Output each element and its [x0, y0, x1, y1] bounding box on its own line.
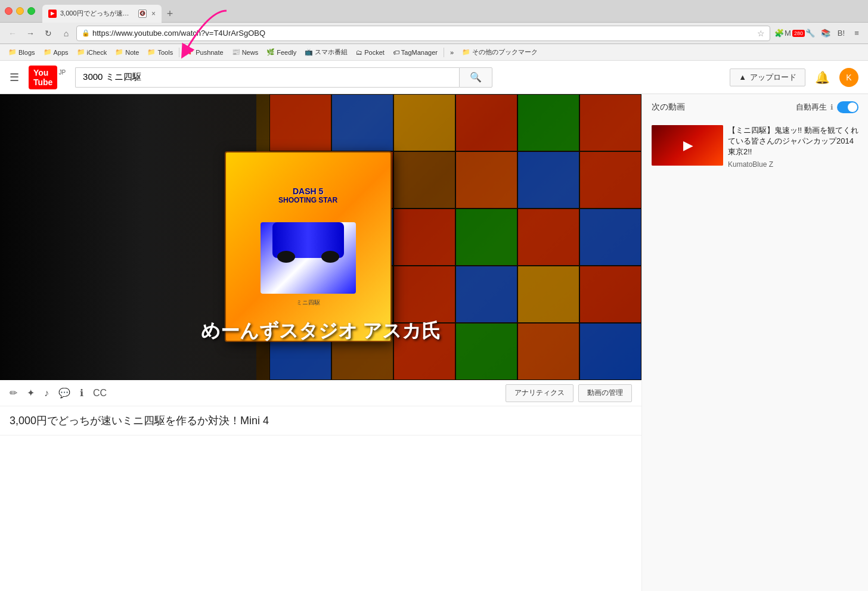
cc-button[interactable]: CC	[93, 388, 107, 399]
menu-icon[interactable]: ≡	[850, 27, 863, 40]
bookmark-pushnate[interactable]: 📌 Pushnate	[182, 47, 227, 57]
youtube-logo[interactable]: YouTube JP	[29, 66, 66, 89]
bookmark-pocket-label: Pocket	[364, 49, 385, 56]
folder-icon: 📁	[77, 48, 85, 56]
bookmark-pocket[interactable]: 🗂 Pocket	[352, 48, 388, 57]
bookmark-icheck[interactable]: 📁 iCheck	[73, 47, 111, 57]
toolbar-right: 🧩 M280 🔧 📚 B! ≡	[773, 27, 863, 40]
bookmark-blogs-label: Blogs	[18, 49, 35, 56]
minimize-button[interactable]	[16, 7, 24, 15]
pocket-icon: 🗂	[356, 49, 362, 56]
info-button[interactable]: ℹ	[80, 387, 83, 399]
browser-window: ▶ 3,000円でどっちが速いミ 🔇 × + ← → ↻ ⌂ 🔒 ☆ 🧩 M28…	[0, 0, 868, 591]
bookmark-other[interactable]: 📁 その他のブックマーク	[458, 46, 541, 58]
video-player[interactable]: DASH 5 SHOOTING STAR ミニ四駆	[0, 94, 641, 380]
bookmark-separator	[179, 48, 179, 57]
bookmark-tools[interactable]: 📁 Tools	[144, 47, 176, 57]
title-bar: ▶ 3,000円でどっちが速いミ 🔇 × +	[0, 0, 868, 23]
notification-button[interactable]: 🔔	[815, 70, 830, 85]
new-tab-button[interactable]: +	[162, 6, 178, 23]
youtube-main: DASH 5 SHOOTING STAR ミニ四駆	[0, 94, 868, 591]
smartphone-icon: 📺	[305, 48, 313, 56]
bookmark-star-icon[interactable]: ☆	[757, 29, 765, 38]
folder-icon: 📁	[462, 48, 470, 56]
ssl-icon: 🔒	[82, 29, 90, 37]
back-button[interactable]: ←	[5, 26, 20, 41]
extension1-icon[interactable]: 🔧	[804, 27, 817, 40]
tab-bar: ▶ 3,000円でどっちが速いミ 🔇 × +	[42, 0, 863, 23]
bookmark-apps-label: Apps	[54, 49, 69, 56]
tagmanager-icon: 🏷	[393, 49, 399, 56]
video-controls-bar: ✏ ✦ ♪ 💬 ℹ CC アナリティクス 動画の管理	[0, 380, 641, 406]
bookmark-apps[interactable]: 📁 Apps	[40, 47, 72, 57]
autoplay-label: 自動再生	[796, 102, 827, 113]
bookmark-feedly[interactable]: 🌿 Feedly	[263, 47, 300, 57]
upload-label: アップロード	[750, 72, 796, 83]
sidebar-header: 次の動画 自動再生 ℹ	[642, 94, 868, 120]
bookmark-feedly-label: Feedly	[277, 49, 296, 56]
youtube-search-input[interactable]	[75, 67, 459, 88]
bookmark-news[interactable]: 📰 News	[228, 47, 262, 57]
address-bar-container: 🔒 ☆	[76, 26, 770, 41]
bookmark-other-label: その他のブックマーク	[472, 48, 538, 57]
autoplay-info-icon[interactable]: ℹ	[830, 103, 833, 111]
forward-button[interactable]: →	[23, 26, 38, 41]
bookmark-note[interactable]: 📁 Note	[111, 47, 142, 57]
bookmark-icheck-label: iCheck	[87, 49, 107, 56]
bookmark-smartphone-label: スマホ番組	[315, 48, 348, 57]
bookmark-tagmanager[interactable]: 🏷 TagManager	[389, 48, 441, 57]
edit-button[interactable]: ✏	[10, 387, 17, 399]
home-button[interactable]: ⌂	[58, 26, 74, 41]
youtube-logo-icon: YouTube	[29, 66, 57, 89]
folder-icon: 📁	[8, 48, 17, 56]
bookmark-blogs[interactable]: 📁 Blogs	[5, 47, 39, 57]
refresh-button[interactable]: ↻	[41, 26, 56, 41]
music-button[interactable]: ♪	[44, 388, 49, 399]
magic-button[interactable]: ✦	[27, 387, 35, 399]
comment-button[interactable]: 💬	[58, 387, 70, 399]
bookmark-pushnate-label: Pushnate	[196, 49, 223, 56]
youtube-menu-button[interactable]: ☰	[10, 71, 19, 84]
traffic-lights	[5, 7, 35, 15]
recommended-thumbnail: ▶	[652, 125, 723, 166]
bookmark-tagmanager-label: TagManager	[401, 49, 438, 56]
recommended-video[interactable]: ▶ 【ミニ四駆】鬼速ッ!! 動画を観てくれている皆さんのジャパンカップ2014東…	[642, 120, 868, 173]
bookmark-more-button[interactable]: »	[447, 48, 457, 57]
video-title-area: 3,000円でどっちが速いミニ四駆を作るか対決！Mini 4	[0, 406, 641, 436]
video-actions: アナリティクス 動画の管理	[506, 384, 632, 402]
youtube-logo-jp: JP	[58, 69, 66, 76]
folder-icon: 📁	[147, 48, 156, 56]
extension3-icon[interactable]: B!	[835, 27, 848, 40]
maximize-button[interactable]	[27, 7, 35, 15]
pushnate-icon: 📌	[185, 48, 194, 56]
feedly-icon: 🌿	[266, 48, 275, 56]
extensions-icon[interactable]: 🧩	[773, 27, 786, 40]
upload-button[interactable]: ▲ アップロード	[730, 69, 805, 86]
search-container: 🔍	[75, 67, 492, 88]
header-right: ▲ アップロード 🔔 K	[730, 68, 858, 87]
tab-close-button[interactable]: ×	[151, 10, 156, 18]
active-tab[interactable]: ▶ 3,000円でどっちが速いミ 🔇 ×	[42, 5, 162, 23]
analytics-button[interactable]: アナリティクス	[506, 384, 574, 402]
recommended-channel: KumatoBlue Z	[728, 160, 858, 169]
bookmark-smartphone[interactable]: 📺 スマホ番組	[301, 46, 351, 58]
recommended-info: 【ミニ四駆】鬼速ッ!! 動画を観てくれている皆さんのジャパンカップ2014東京2…	[728, 125, 858, 169]
video-title: 3,000円でどっちが速いミニ四駆を作るか対決！Mini 4	[10, 413, 632, 428]
youtube-header: ☰ YouTube JP 🔍 ▲ アップロード 🔔 K	[0, 61, 868, 94]
youtube-search-button[interactable]: 🔍	[459, 67, 492, 88]
bookmark-separator2	[444, 48, 444, 57]
extension2-icon[interactable]: 📚	[819, 27, 832, 40]
toolbar: ← → ↻ ⌂ 🔒 ☆ 🧩 M280 🔧 📚 B! ≡	[0, 23, 868, 44]
youtube-favicon: ▶	[48, 10, 57, 18]
bookmark-tools-label: Tools	[157, 49, 173, 56]
close-button[interactable]	[5, 7, 13, 15]
autoplay-toggle[interactable]	[837, 101, 858, 113]
address-input[interactable]	[92, 29, 755, 38]
gmail-icon[interactable]: M280	[788, 27, 801, 40]
video-section: DASH 5 SHOOTING STAR ミニ四駆	[0, 94, 641, 591]
video-subtitle: めーんずスタジオ アスカ氏	[201, 318, 441, 344]
manage-button[interactable]: 動画の管理	[578, 384, 632, 402]
recommended-title: 【ミニ四駆】鬼速ッ!! 動画を観てくれている皆さんのジャパンカップ2014東京2…	[728, 125, 858, 158]
tab-mute-button[interactable]: 🔇	[138, 10, 147, 18]
user-avatar[interactable]: K	[839, 68, 858, 87]
